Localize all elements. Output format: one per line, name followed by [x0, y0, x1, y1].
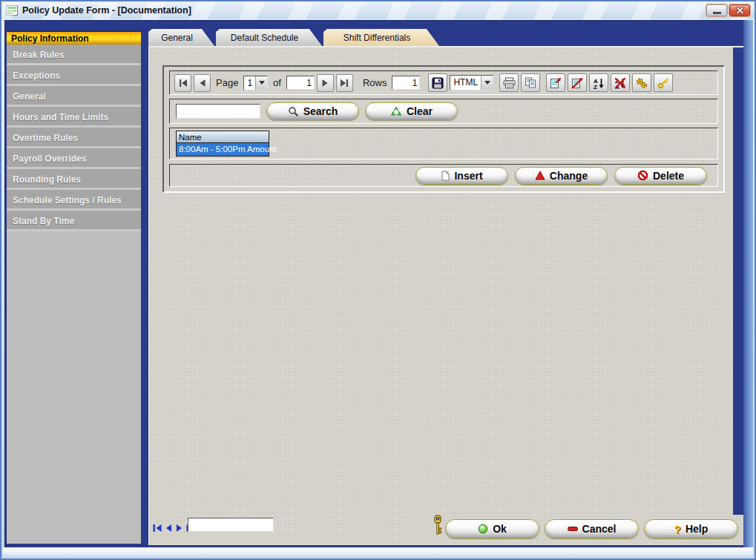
record-previous-button[interactable]: [163, 522, 173, 533]
list-row-container: Name 8:00Am - 5:00Pm Amount: [169, 128, 718, 159]
titlebar: Policy Update Form - [Documentation]: [1, 1, 755, 19]
copy-button[interactable]: [521, 73, 540, 92]
sort-ascending-button[interactable]: AZ: [589, 73, 608, 92]
sidebar-item-rounding-rules[interactable]: Rounding Rules: [7, 169, 141, 190]
sort-remove-button[interactable]: ZA: [611, 73, 630, 92]
rows-label: Rows: [363, 77, 387, 88]
clear-button-label: Clear: [407, 105, 433, 117]
first-page-icon: [179, 79, 188, 88]
format-select[interactable]: HTML: [450, 75, 493, 90]
list-item-selected[interactable]: 8:00Am - 5:00Pm Amount: [177, 143, 269, 156]
tab-general[interactable]: General: [148, 29, 214, 46]
change-button-label: Change: [550, 170, 588, 182]
insert-page-icon: [441, 171, 450, 181]
help-button-label: Help: [686, 523, 708, 535]
window: Policy Update Form - [Documentation] Pol…: [1, 1, 755, 559]
sidebar-item-schedule-settings-rules[interactable]: Schedule Settings / Rules: [7, 190, 141, 211]
settings-gears-button[interactable]: [632, 73, 651, 92]
close-button[interactable]: [729, 4, 750, 16]
minimize-button[interactable]: [706, 4, 727, 16]
tab-default-schedule[interactable]: Default Schedule: [216, 29, 322, 46]
previous-page-button[interactable]: [194, 74, 211, 92]
form-disabled-icon: [571, 77, 583, 89]
record-first-button[interactable]: [152, 522, 162, 533]
search-row: Search Clear: [169, 99, 718, 124]
differential-listbox: Name 8:00Am - 5:00Pm Amount: [176, 131, 269, 157]
change-button[interactable]: Change: [515, 167, 608, 185]
print-icon: [503, 77, 516, 89]
record-position-input[interactable]: [188, 518, 274, 532]
next-page-button[interactable]: [317, 74, 334, 92]
next-page-icon: [321, 79, 329, 88]
record-next-button[interactable]: [174, 522, 184, 533]
search-input[interactable]: [176, 104, 260, 119]
record-actions-row: Insert Change Delete: [169, 164, 718, 187]
close-icon: [736, 7, 744, 14]
recycle-icon: [390, 106, 402, 117]
form-disabled-button[interactable]: [568, 73, 587, 92]
ok-orb-icon: [478, 524, 488, 534]
key-icon: [657, 77, 669, 89]
key-button[interactable]: [654, 73, 673, 92]
security-key-icon: [433, 515, 443, 536]
previous-page-icon: [198, 79, 207, 88]
cancel-button[interactable]: Cancel: [545, 519, 639, 538]
copy-icon: [525, 77, 536, 88]
first-page-button[interactable]: [174, 74, 191, 92]
save-icon: [432, 77, 444, 89]
minimize-icon: [713, 12, 721, 14]
last-page-icon: [340, 79, 349, 88]
content-right-border: [733, 47, 744, 515]
form-window-icon: [6, 5, 18, 16]
sidebar-item-exceptions[interactable]: Exceptions: [7, 65, 141, 86]
clear-button[interactable]: Clear: [365, 102, 458, 120]
insert-button[interactable]: Insert: [415, 167, 508, 185]
save-button[interactable]: [428, 73, 447, 92]
page-total-input[interactable]: [286, 76, 315, 90]
sidebar-item-hours-and-time-limits[interactable]: Hours and Time Limits: [7, 107, 141, 128]
page-select-value: 1: [244, 76, 255, 90]
print-button[interactable]: [499, 73, 519, 92]
window-frame-bottom: [3, 547, 753, 557]
sidebar-item-overtime-rules[interactable]: Overtime Rules: [7, 128, 141, 148]
window-title: Policy Update Form - [Documentation]: [22, 5, 191, 16]
sidebar-header-policy-information[interactable]: Policy Information: [7, 30, 141, 45]
cancel-button-label: Cancel: [582, 523, 617, 535]
sort-remove-icon: ZA: [614, 77, 626, 89]
of-label: of: [273, 77, 281, 88]
record-first-icon: [153, 523, 162, 533]
svg-text:Z: Z: [594, 83, 597, 89]
page-select[interactable]: 1: [243, 76, 268, 90]
help-button[interactable]: ? Help: [644, 519, 738, 538]
search-icon: [288, 106, 299, 117]
form-properties-icon: [550, 77, 562, 89]
sidebar-item-payroll-overrides[interactable]: Payroll Overrides: [7, 148, 141, 169]
report-panel: Page 1 of Rows HTML: [162, 65, 725, 193]
tab-shift-differentials[interactable]: Shift Differentials: [323, 29, 439, 46]
delete-button-label: Delete: [653, 170, 684, 182]
rows-input[interactable]: [392, 76, 420, 90]
last-page-button[interactable]: [336, 74, 353, 92]
sort-ascending-icon: AZ: [593, 77, 605, 89]
report-toolbar: Page 1 of Rows HTML: [169, 70, 718, 95]
record-previous-icon: [165, 523, 172, 533]
delete-button[interactable]: Delete: [614, 167, 707, 185]
dialog-buttons: Ok Cancel ? Help: [445, 519, 738, 538]
sidebar-item-break-rules[interactable]: Break Rules: [7, 45, 141, 65]
tab-bar: General Default Schedule Shift Different…: [148, 28, 439, 46]
sidebar: Policy Information Break Rules Exception…: [7, 30, 141, 544]
record-next-icon: [176, 523, 183, 533]
search-button[interactable]: Search: [266, 102, 359, 120]
settings-gears-icon: [636, 77, 648, 89]
change-triangle-icon: [535, 171, 545, 180]
list-column-header-name[interactable]: Name: [177, 131, 269, 143]
ok-button[interactable]: Ok: [445, 519, 539, 538]
sidebar-item-stand-by-time[interactable]: Stand By Time: [7, 211, 141, 231]
sidebar-item-general[interactable]: General: [7, 86, 141, 107]
format-select-value: HTML: [450, 76, 481, 90]
main-frame: Policy Information Break Rules Exception…: [4, 20, 745, 549]
format-select-arrow-button[interactable]: [481, 76, 493, 90]
form-properties-button[interactable]: [546, 73, 565, 92]
page-select-arrow-button[interactable]: [255, 76, 267, 90]
chevron-down-icon: [484, 81, 490, 85]
